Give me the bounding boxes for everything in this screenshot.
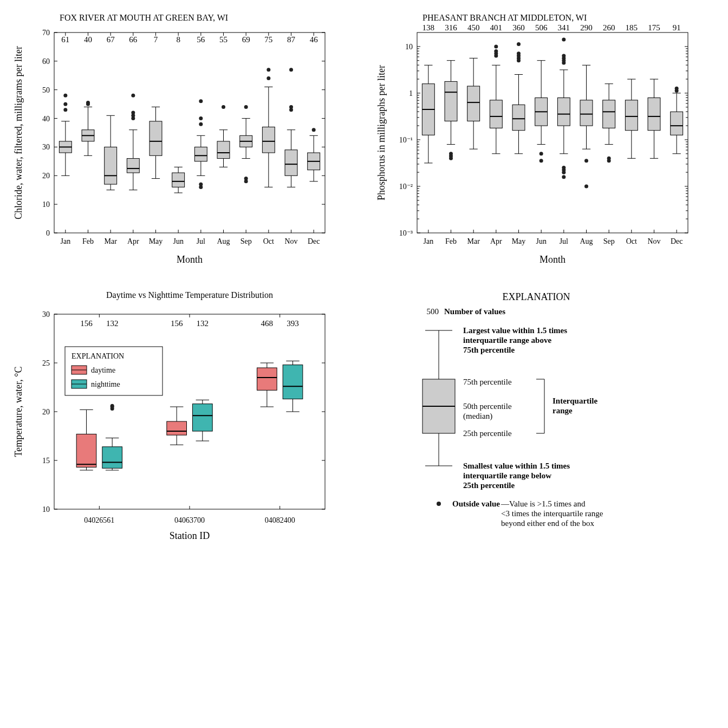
svg-text:04026561: 04026561 xyxy=(84,516,114,524)
svg-text:Chloride, water, filtered, mil: Chloride, water, filtered, milligrams pe… xyxy=(13,46,24,219)
svg-point-156 xyxy=(289,105,293,109)
svg-text:91: 91 xyxy=(673,23,681,32)
svg-text:50th percentile: 50th percentile xyxy=(463,402,512,411)
svg-rect-461 xyxy=(283,365,303,399)
svg-point-119 xyxy=(222,105,225,109)
svg-text:15: 15 xyxy=(42,457,50,465)
svg-point-309 xyxy=(517,42,521,46)
svg-point-143 xyxy=(266,76,270,80)
svg-text:Jun: Jun xyxy=(536,237,546,245)
svg-text:(median): (median) xyxy=(463,412,492,421)
svg-text:EXPLANATION: EXPLANATION xyxy=(503,291,570,302)
svg-point-333 xyxy=(562,54,566,58)
svg-text:Month: Month xyxy=(177,254,203,265)
svg-rect-328 xyxy=(557,98,570,126)
svg-point-106 xyxy=(199,122,203,126)
svg-text:10⁻¹: 10⁻¹ xyxy=(399,136,413,144)
svg-text:40: 40 xyxy=(84,35,92,44)
svg-text:Jan: Jan xyxy=(60,237,70,245)
svg-rect-437 xyxy=(167,421,187,435)
svg-rect-172 xyxy=(417,32,688,233)
svg-text:290: 290 xyxy=(580,23,593,32)
svg-text:175: 175 xyxy=(648,23,660,32)
chart-svg-3: 1015202530Daytime vs Nighttime Temperatu… xyxy=(11,287,336,547)
svg-text:56: 56 xyxy=(197,35,205,44)
svg-text:60: 60 xyxy=(42,57,50,66)
svg-text:401: 401 xyxy=(490,23,503,32)
svg-text:156: 156 xyxy=(171,319,183,328)
svg-text:75: 75 xyxy=(264,35,272,44)
svg-text:50: 50 xyxy=(42,86,50,94)
svg-rect-281 xyxy=(467,86,480,121)
svg-point-389 xyxy=(675,87,679,90)
svg-text:Number of values: Number of values xyxy=(444,307,505,316)
svg-text:156: 156 xyxy=(80,319,93,328)
svg-text:range: range xyxy=(552,406,573,415)
svg-text:1: 1 xyxy=(409,89,413,98)
svg-text:Dec: Dec xyxy=(308,237,320,245)
svg-point-108 xyxy=(199,99,203,103)
svg-point-157 xyxy=(289,68,293,72)
svg-text:Interquartile: Interquartile xyxy=(552,396,597,405)
svg-text:185: 185 xyxy=(626,23,638,32)
svg-text:8: 8 xyxy=(176,35,180,44)
svg-point-273 xyxy=(449,157,453,160)
svg-text:Feb: Feb xyxy=(445,237,457,245)
svg-point-320 xyxy=(540,159,543,162)
svg-text:Jul: Jul xyxy=(560,237,568,245)
svg-text:beyond either end of the box: beyond either end of the box xyxy=(501,519,595,528)
svg-text:Mar: Mar xyxy=(105,237,118,245)
svg-text:10: 10 xyxy=(42,505,50,514)
svg-text:Jul: Jul xyxy=(197,237,205,245)
svg-rect-424 xyxy=(102,447,122,469)
svg-text:Oct: Oct xyxy=(263,237,274,245)
chart-svg-2: 10⁻³10⁻²10⁻¹110PHEASANT BRANCH AT MIDDLE… xyxy=(374,11,699,271)
svg-rect-82 xyxy=(150,121,162,155)
svg-point-37 xyxy=(63,94,67,98)
svg-text:360: 360 xyxy=(512,23,525,32)
svg-rect-68 xyxy=(127,159,139,173)
svg-point-36 xyxy=(63,102,67,106)
svg-text:468: 468 xyxy=(261,319,274,328)
svg-text:Temperature, water, °C: Temperature, water, °C xyxy=(13,366,24,457)
svg-text:Aug: Aug xyxy=(580,237,593,245)
svg-point-482 xyxy=(437,502,441,506)
svg-point-428 xyxy=(110,404,114,408)
svg-text:PHEASANT BRANCH AT MIDDLETON, : PHEASANT BRANCH AT MIDDLETON, WI xyxy=(422,13,587,22)
svg-point-338 xyxy=(562,175,566,179)
svg-text:25th percentile: 25th percentile xyxy=(463,429,512,438)
svg-point-319 xyxy=(540,152,543,155)
svg-point-144 xyxy=(266,68,270,72)
svg-text:132: 132 xyxy=(197,319,209,328)
svg-rect-386 xyxy=(671,112,683,135)
svg-rect-357 xyxy=(603,100,615,128)
svg-text:Phosphorus in milligraphs per : Phosphorus in milligraphs per liter xyxy=(376,65,387,200)
svg-rect-303 xyxy=(512,105,525,130)
svg-rect-368 xyxy=(625,100,638,131)
svg-text:30: 30 xyxy=(42,143,50,151)
chart-grid: 010203040506070FOX RIVER AT MOUTH AT GRE… xyxy=(11,11,704,547)
svg-text:Jan: Jan xyxy=(423,237,433,245)
svg-point-308 xyxy=(517,51,521,55)
svg-rect-269 xyxy=(445,81,457,121)
svg-text:Nov: Nov xyxy=(284,237,297,245)
svg-text:nighttime: nighttime xyxy=(91,380,120,388)
svg-rect-58 xyxy=(105,147,117,184)
svg-point-334 xyxy=(562,37,566,41)
svg-text:Sep: Sep xyxy=(603,237,615,245)
svg-rect-117 xyxy=(217,141,230,159)
chart-pheasant-branch: 10⁻³10⁻²10⁻¹110PHEASANT BRANCH AT MIDDLE… xyxy=(374,11,704,271)
svg-point-131 xyxy=(244,177,248,180)
svg-text:FOX RIVER AT MOUTH AT GREEN BA: FOX RIVER AT MOUTH AT GREEN BAY, WI xyxy=(60,13,228,22)
svg-text:25th percentile: 25th percentile xyxy=(463,481,515,490)
svg-text:10: 10 xyxy=(405,43,413,51)
svg-text:04082400: 04082400 xyxy=(265,516,295,524)
svg-text:40: 40 xyxy=(42,115,50,123)
svg-text:Dec: Dec xyxy=(671,237,683,245)
svg-text:10⁻³: 10⁻³ xyxy=(399,229,413,237)
svg-rect-392 xyxy=(54,314,325,509)
chart-fox-river: 010203040506070FOX RIVER AT MOUTH AT GRE… xyxy=(11,11,341,271)
svg-point-294 xyxy=(494,49,498,53)
svg-text:EXPLANATION: EXPLANATION xyxy=(72,352,124,360)
svg-rect-141 xyxy=(262,127,275,153)
